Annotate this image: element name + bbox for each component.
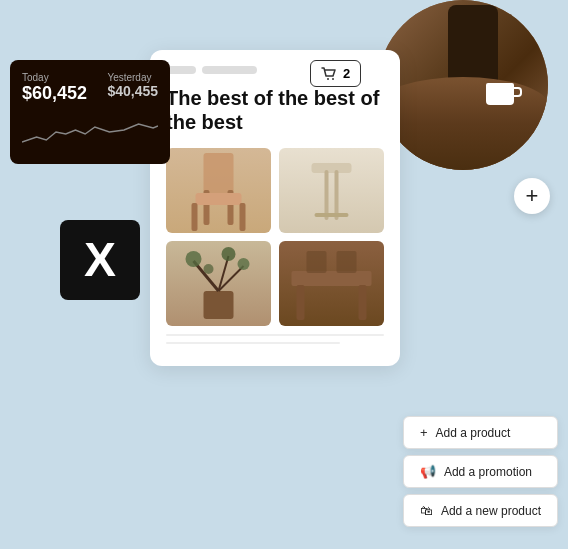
add-new-product-button[interactable]: 🛍 Add a new product	[403, 494, 558, 527]
card-divider-2	[166, 342, 340, 344]
x-logo: X	[84, 236, 116, 284]
add-promotion-label: Add a promotion	[444, 465, 532, 479]
svg-rect-21	[297, 285, 305, 320]
svg-point-18	[238, 258, 250, 270]
product-chair1	[166, 148, 271, 233]
svg-rect-7	[240, 203, 246, 231]
svg-point-16	[186, 251, 202, 267]
svg-rect-12	[204, 291, 234, 319]
products-grid	[166, 148, 384, 326]
main-card: The best of the best of the best	[150, 50, 400, 366]
today-value: $60,452	[22, 83, 87, 104]
svg-point-19	[204, 264, 214, 274]
cart-icon	[321, 67, 337, 81]
svg-point-17	[222, 247, 236, 261]
product-table	[279, 241, 384, 326]
svg-point-0	[327, 78, 329, 80]
x-logo-card: X	[60, 220, 140, 300]
product-stool	[279, 148, 384, 233]
add-promotion-icon: 📢	[420, 464, 436, 479]
add-new-product-label: Add a new product	[441, 504, 541, 518]
round-photo	[378, 0, 548, 170]
yesterday-label: Yesterday	[107, 72, 158, 83]
today-label: Today	[22, 72, 87, 83]
plus-button[interactable]: +	[514, 178, 550, 214]
add-product-button[interactable]: + Add a product	[403, 416, 558, 449]
add-new-product-icon: 🛍	[420, 503, 433, 518]
svg-rect-10	[335, 170, 339, 220]
action-buttons: + Add a product 📢 Add a promotion 🛍 Add …	[403, 416, 558, 527]
svg-rect-8	[312, 163, 352, 173]
analytics-card: Today $60,452 Yesterday $40,455	[10, 60, 170, 164]
svg-point-1	[332, 78, 334, 80]
table-photo	[378, 0, 548, 170]
svg-rect-22	[359, 285, 367, 320]
add-product-icon: +	[420, 425, 428, 440]
svg-rect-6	[192, 203, 198, 231]
svg-rect-11	[315, 213, 349, 217]
svg-rect-2	[204, 153, 234, 193]
svg-rect-20	[292, 271, 372, 286]
card-title: The best of the best of the best	[166, 86, 384, 134]
yesterday-value: $40,455	[107, 83, 158, 99]
add-product-label: Add a product	[436, 426, 511, 440]
header-bar-short	[166, 66, 196, 74]
card-divider-1	[166, 334, 384, 336]
add-promotion-button[interactable]: 📢 Add a promotion	[403, 455, 558, 488]
product-plant	[166, 241, 271, 326]
svg-rect-23	[307, 251, 327, 273]
svg-rect-5	[196, 193, 242, 205]
svg-rect-9	[325, 170, 329, 220]
line-chart	[22, 112, 158, 152]
plus-icon: +	[526, 185, 539, 207]
svg-rect-24	[337, 251, 357, 273]
cart-count: 2	[343, 66, 350, 81]
header-bar-long	[202, 66, 257, 74]
cart-badge[interactable]: 2	[310, 60, 361, 87]
